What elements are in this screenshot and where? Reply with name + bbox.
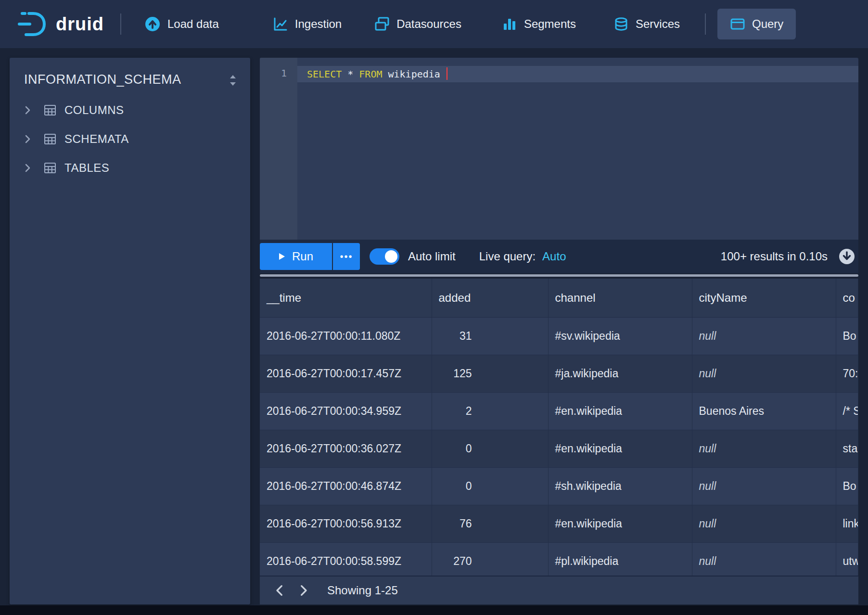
play-icon: [279, 253, 285, 260]
table-row: 2016-06-27T00:00:58.599Z 270 #pl.wikiped…: [260, 542, 858, 576]
table-cell[interactable]: null: [692, 542, 836, 576]
run-more-button[interactable]: •••: [333, 243, 360, 270]
nav-item-query[interactable]: Query: [717, 9, 796, 39]
nav-item-services[interactable]: Services: [613, 16, 680, 32]
table-cell[interactable]: 2016-06-27T00:00:17.457Z: [260, 355, 432, 392]
table-cell[interactable]: /* S: [836, 392, 858, 430]
schema-sidebar: INFORMATION_SCHEMA COLUMNS SCHE: [10, 58, 250, 604]
table-cell[interactable]: Bo: [836, 467, 858, 505]
table-cell[interactable]: 0: [432, 467, 548, 505]
tree-item-label: SCHEMATA: [64, 132, 129, 146]
tree-item-tables[interactable]: TABLES: [10, 154, 250, 182]
table-cell[interactable]: #sv.wikipedia: [548, 317, 692, 355]
text-cursor: [447, 67, 447, 80]
table-cell[interactable]: null: [692, 505, 836, 542]
table-cell[interactable]: Bo: [836, 317, 858, 355]
table-cell[interactable]: null: [692, 355, 836, 392]
table-cell[interactable]: 76: [432, 505, 548, 542]
druid-logo[interactable]: druid: [17, 11, 104, 38]
column-header[interactable]: added: [432, 279, 548, 317]
table-cell[interactable]: 2016-06-27T00:00:36.027Z: [260, 430, 432, 467]
auto-limit-label: Auto limit: [408, 250, 456, 263]
schema-selector[interactable]: INFORMATION_SCHEMA: [10, 58, 250, 87]
results-table: __time added channel cityName co 2016-06…: [260, 279, 858, 576]
live-query-label: Live query:: [479, 250, 536, 263]
table-cell[interactable]: sta: [836, 430, 858, 467]
table-cell[interactable]: #sh.wikipedia: [548, 467, 692, 505]
sql-keyword: FROM: [359, 68, 382, 80]
table-cell[interactable]: 270: [432, 542, 548, 576]
segments-bars-icon: [502, 16, 517, 32]
nav-item-ingestion[interactable]: Ingestion: [273, 16, 342, 32]
editor-gutter: 1: [260, 58, 297, 240]
table-row: 2016-06-27T00:00:34.959Z 2 #en.wikipedia…: [260, 392, 858, 430]
auto-limit-toggle[interactable]: [370, 248, 399, 265]
run-button[interactable]: Run: [260, 243, 332, 270]
tree-item-columns[interactable]: COLUMNS: [10, 96, 250, 125]
table-cell[interactable]: Buenos Aires: [692, 392, 836, 430]
nav-item-label: Segments: [524, 17, 576, 31]
chevron-right-icon[interactable]: [24, 135, 31, 143]
table-cell[interactable]: null: [692, 317, 836, 355]
header-row: __time added channel cityName co: [260, 279, 858, 317]
results-area: __time added channel cityName co 2016-06…: [260, 279, 858, 576]
table-grid-icon: [43, 132, 57, 146]
schema-name: INFORMATION_SCHEMA: [24, 72, 181, 87]
table-cell[interactable]: 2016-06-27T00:00:56.913Z: [260, 505, 432, 542]
sql-editor[interactable]: 1 SELECT*FROMwikipedia: [260, 58, 858, 240]
table-cell[interactable]: utw: [836, 542, 858, 576]
tree-item-label: TABLES: [64, 161, 109, 175]
live-query-value[interactable]: Auto: [542, 250, 566, 263]
table-row: 2016-06-27T00:00:46.874Z 0 #sh.wikipedia…: [260, 467, 858, 505]
editor-code-area[interactable]: SELECT*FROMwikipedia: [297, 58, 858, 240]
next-page-icon[interactable]: [299, 585, 309, 596]
pagination-bar: Showing 1-25: [260, 576, 858, 604]
results-info: 100+ results in 0.10s: [721, 250, 828, 263]
run-button-label: Run: [292, 250, 313, 263]
nav-item-label: Query: [752, 17, 783, 31]
table-cell[interactable]: #ja.wikipedia: [548, 355, 692, 392]
nav-item-datasources[interactable]: Datasources: [374, 16, 461, 32]
table-grid-icon: [43, 161, 57, 175]
brand-text: druid: [56, 14, 104, 35]
prev-page-icon[interactable]: [274, 585, 284, 596]
table-cell[interactable]: 2016-06-27T00:00:11.080Z: [260, 317, 432, 355]
table-cell[interactable]: 70:: [836, 355, 858, 392]
table-cell[interactable]: null: [692, 430, 836, 467]
nav-item-label: Ingestion: [295, 17, 342, 31]
table-cell[interactable]: 125: [432, 355, 548, 392]
column-header[interactable]: co: [836, 279, 858, 317]
column-header[interactable]: __time: [260, 279, 432, 317]
line-number: 1: [281, 67, 287, 79]
horizontal-scrollbar[interactable]: [260, 274, 858, 277]
nav-item-label: Load data: [167, 17, 219, 31]
table-row: 2016-06-27T00:00:11.080Z 31 #sv.wikipedi…: [260, 317, 858, 355]
download-button[interactable]: [838, 248, 855, 265]
bottom-strip: [0, 605, 868, 615]
column-header[interactable]: cityName: [692, 279, 836, 317]
table-cell[interactable]: 2016-06-27T00:00:46.874Z: [260, 467, 432, 505]
table-cell[interactable]: 0: [432, 430, 548, 467]
double-caret-icon[interactable]: [228, 74, 238, 90]
nav-item-segments[interactable]: Segments: [502, 16, 576, 32]
table-cell[interactable]: 2016-06-27T00:00:34.959Z: [260, 392, 432, 430]
table-cell[interactable]: link: [836, 505, 858, 542]
table-cell[interactable]: 2: [432, 392, 548, 430]
table-cell[interactable]: 31: [432, 317, 548, 355]
chevron-right-icon[interactable]: [24, 164, 31, 172]
top-navbar: druid Load data Ingestion: [0, 0, 868, 48]
column-header[interactable]: channel: [548, 279, 692, 317]
table-cell[interactable]: #en.wikipedia: [548, 392, 692, 430]
nav-item-label: Datasources: [396, 17, 461, 31]
navbar-divider: [120, 13, 121, 35]
chevron-right-icon[interactable]: [24, 106, 31, 115]
nav-item-load-data[interactable]: Load data: [144, 16, 219, 32]
table-cell[interactable]: #en.wikipedia: [548, 505, 692, 542]
table-cell[interactable]: null: [692, 467, 836, 505]
table-cell[interactable]: #pl.wikipedia: [548, 542, 692, 576]
tree-item-schemata[interactable]: SCHEMATA: [10, 125, 250, 154]
table-cell[interactable]: #en.wikipedia: [548, 430, 692, 467]
druid-logo-icon: [17, 11, 48, 38]
table-cell[interactable]: 2016-06-27T00:00:58.599Z: [260, 542, 432, 576]
sql-keyword: SELECT: [307, 68, 342, 80]
